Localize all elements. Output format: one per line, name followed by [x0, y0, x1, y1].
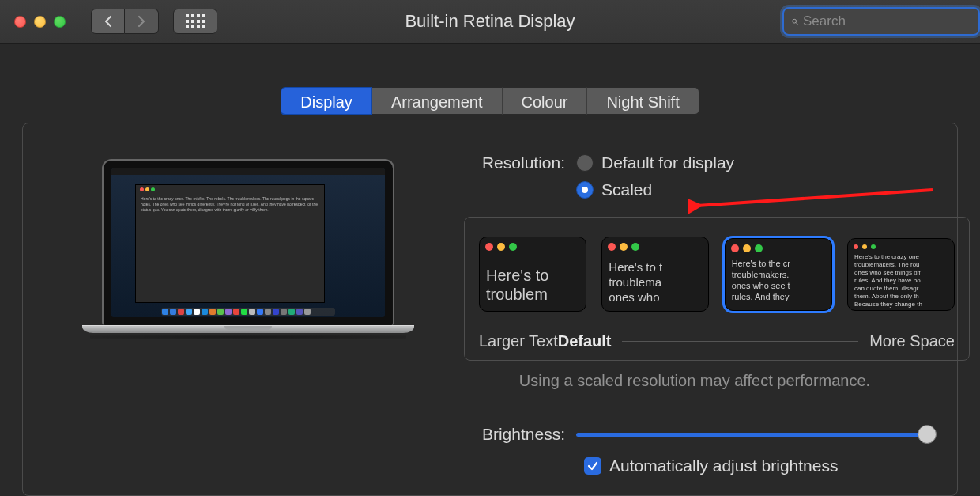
content-frame: Here's to the crazy ones. The misfits. T…	[22, 123, 958, 496]
search-input[interactable]	[803, 13, 971, 29]
search-icon	[792, 15, 798, 28]
thumb-text: Here's totroublem	[486, 266, 586, 304]
auto-brightness-checkbox[interactable]	[584, 457, 601, 475]
show-all-button[interactable]	[173, 9, 217, 34]
search-field[interactable]	[782, 7, 980, 36]
resolution-option-1[interactable]: Here's totroublem	[479, 237, 586, 312]
scaled-options: Here's totroublem Here's to ttroublemaon…	[464, 217, 970, 361]
zoom-button[interactable]	[54, 16, 66, 28]
radio-default-for-display[interactable]: Default for display	[576, 153, 734, 172]
caption-default: Default	[558, 332, 612, 350]
radio-scaled[interactable]: Scaled	[576, 180, 734, 199]
auto-brightness-label: Automatically adjust brightness	[609, 456, 838, 475]
caption-divider	[622, 341, 858, 342]
chevron-right-icon	[137, 15, 146, 28]
brightness-slider[interactable]	[576, 433, 929, 437]
check-icon	[587, 460, 598, 471]
svg-point-0	[793, 19, 797, 23]
minimize-button[interactable]	[34, 16, 46, 28]
display-preview: Here's to the crazy ones. The misfits. T…	[102, 159, 394, 339]
resolution-option-2[interactable]: Here's to ttroublemaones who	[601, 237, 709, 312]
window-controls	[14, 16, 66, 28]
chevron-left-icon	[104, 15, 113, 28]
slider-thumb[interactable]	[918, 425, 937, 444]
forward-button[interactable]	[125, 9, 159, 34]
titlebar: Built-in Retina Display	[0, 0, 980, 44]
label-brightness: Brightness:	[459, 425, 576, 444]
back-button[interactable]	[91, 9, 125, 34]
thumb-text: Here's to the crtroublemakers.ones who s…	[732, 258, 827, 302]
thumb-text: Here's to the crazy onetroublemakers. Th…	[854, 253, 952, 309]
caption-larger-text: Larger Text	[479, 332, 558, 350]
radio-label: Scaled	[601, 180, 652, 199]
radio-label: Default for display	[601, 153, 734, 172]
resolution-option-3-selected[interactable]: Here's to the crtroublemakers.ones who s…	[725, 238, 832, 311]
tab-display[interactable]: Display	[281, 87, 372, 115]
nav-buttons	[91, 9, 159, 34]
caption-more-space: More Space	[869, 332, 955, 350]
tab-colour[interactable]: Colour	[503, 87, 588, 115]
tab-arrangement[interactable]: Arrangement	[372, 87, 503, 115]
tab-bar: Display Arrangement Colour Night Shift	[0, 87, 980, 115]
preview-doc-text: Here's to the crazy ones. The misfits. T…	[141, 196, 319, 213]
svg-line-1	[796, 22, 797, 24]
tab-night-shift[interactable]: Night Shift	[587, 87, 699, 115]
radio-icon	[576, 154, 594, 172]
close-button[interactable]	[14, 16, 26, 28]
grid-icon	[186, 14, 205, 28]
resolution-option-4[interactable]: Here's to the crazy onetroublemakers. Th…	[847, 238, 955, 311]
thumb-text: Here's to ttroublemaones who	[609, 259, 708, 305]
label-resolution: Resolution:	[459, 153, 576, 172]
radio-icon	[576, 181, 594, 199]
performance-note: Using a scaled resolution may affect per…	[459, 372, 930, 390]
